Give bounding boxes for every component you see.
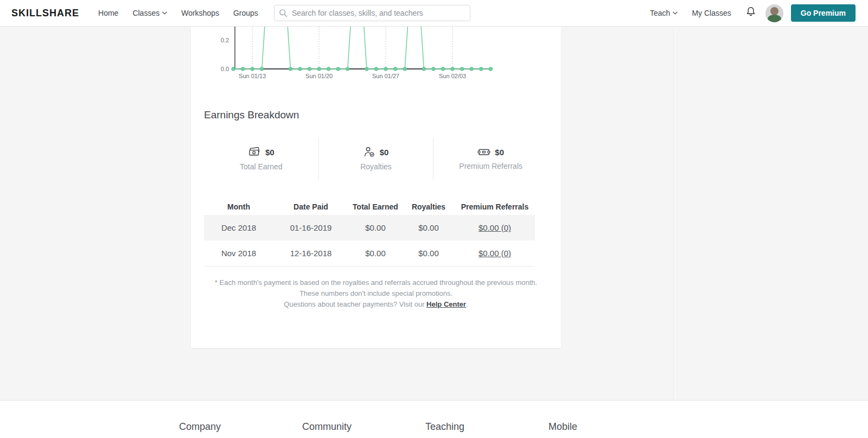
search-input[interactable]: [274, 5, 470, 21]
earnings-stats: $0 Total Earned $0 Royalties: [204, 137, 548, 180]
svg-text:0.0: 0.0: [221, 66, 229, 72]
table-row: Nov 2018 12-16-2018 $0.00 $0.00 $0.00 (0…: [204, 240, 535, 266]
navbar-right: Teach My Classes Go Premium: [643, 4, 856, 22]
footer-heading-teaching: Teaching: [425, 421, 548, 433]
stat-premium-referrals-label: Premium Referrals: [459, 162, 522, 170]
nav-item-my-classes-label: My Classes: [692, 9, 731, 17]
stat-total-earned-value: $0: [265, 148, 275, 157]
col-header-date-paid: Date Paid: [273, 198, 348, 215]
nav-item-home[interactable]: Home: [98, 9, 118, 17]
payments-footnote: * Each month's payment is based on the r…: [204, 277, 548, 310]
help-center-link[interactable]: Help Center: [426, 300, 466, 308]
stat-premium-referrals: $0 Premium Referrals: [433, 137, 548, 180]
footnote-period: .: [466, 300, 468, 308]
cash-icon: [248, 146, 261, 158]
nav-item-workshops-label: Workshops: [181, 9, 219, 17]
chevron-down-icon: [162, 11, 167, 15]
stat-total-earned: $0 Total Earned: [204, 137, 318, 180]
premium-referrals-link[interactable]: $0.00 (0): [478, 223, 511, 232]
avatar-photo-shirt: [768, 15, 781, 22]
skillshare-logo[interactable]: SKILLSHARE: [11, 8, 79, 19]
stat-total-earned-label: Total Earned: [240, 162, 283, 171]
footnote-line-1: * Each month's payment is based on the r…: [204, 277, 548, 288]
navbar: SKILLSHARE Home Classes Workshops Groups…: [0, 0, 868, 27]
svg-text:Sun 01/13: Sun 01/13: [239, 73, 266, 79]
nav-item-my-classes[interactable]: My Classes: [692, 9, 731, 17]
nav-item-classes[interactable]: Classes: [132, 9, 167, 17]
footnote-line-3: Questions about teacher payments? Visit …: [204, 299, 548, 310]
site-footer: Company Community Teaching Mobile: [0, 400, 868, 438]
table-row: Dec 2018 01-16-2019 $0.00 $0.00 $0.00 (0…: [204, 215, 535, 240]
svg-text:0.2: 0.2: [221, 37, 229, 43]
page-background: Sun 01/13Sun 01/20Sun 01/27Sun 02/030.00…: [0, 27, 868, 400]
cell-total-earned: $0.00: [348, 240, 403, 266]
earnings-chart: Sun 01/13Sun 01/20Sun 01/27Sun 02/030.00…: [191, 27, 561, 87]
notifications-bell-icon[interactable]: [745, 6, 757, 20]
cell-total-earned: $0.00: [348, 215, 403, 240]
nav-item-teach[interactable]: Teach: [650, 9, 678, 17]
stat-royalties: $0 Royalties: [318, 137, 434, 180]
svg-text:Sun 01/20: Sun 01/20: [305, 73, 333, 79]
cell-date-paid: 01-16-2019: [273, 215, 348, 240]
cell-date-paid: 12-16-2018: [273, 240, 348, 266]
earnings-breakdown-heading: Earnings Breakdown: [204, 109, 299, 121]
premium-referrals-link[interactable]: $0.00 (0): [478, 249, 511, 258]
footer-heading-community: Community: [302, 421, 425, 433]
stat-premium-referrals-value: $0: [495, 148, 504, 157]
svg-text:Sun 02/03: Sun 02/03: [439, 73, 466, 79]
nav-item-workshops[interactable]: Workshops: [181, 9, 219, 17]
nav-item-groups[interactable]: Groups: [233, 9, 258, 17]
cell-month: Dec 2018: [204, 215, 273, 240]
footnote-line-2: These numbers don't include special prom…: [204, 288, 548, 299]
ticket-icon: [477, 147, 490, 157]
nav-item-groups-label: Groups: [233, 9, 258, 17]
cell-royalties: $0.00: [403, 240, 455, 266]
col-header-total-earned: Total Earned: [348, 198, 403, 215]
right-column-divider: [674, 27, 675, 400]
payments-table: Month Date Paid Total Earned Royalties P…: [204, 198, 535, 266]
stat-royalties-value: $0: [380, 148, 389, 157]
footer-heading-mobile: Mobile: [548, 421, 672, 433]
cell-royalties: $0.00: [403, 215, 455, 240]
avatar-photo: [770, 7, 778, 15]
cell-month: Nov 2018: [204, 240, 273, 266]
nav-item-teach-label: Teach: [650, 9, 670, 17]
search-icon: [279, 9, 288, 17]
footer-heading-company: Company: [179, 421, 302, 433]
go-premium-button[interactable]: Go Premium: [791, 4, 856, 22]
table-header-row: Month Date Paid Total Earned Royalties P…: [204, 198, 535, 215]
svg-text:Sun 01/27: Sun 01/27: [372, 73, 399, 79]
nav-item-classes-label: Classes: [132, 9, 159, 17]
search-bar: [274, 5, 470, 21]
chevron-down-icon: [673, 11, 678, 15]
stat-royalties-label: Royalties: [360, 162, 392, 171]
footnote-line-3-text: Questions about teacher payments? Visit …: [284, 300, 426, 308]
col-header-month: Month: [204, 198, 273, 215]
col-header-premium-referrals: Premium Referrals: [455, 198, 535, 215]
user-avatar[interactable]: [765, 4, 783, 22]
nav-item-home-label: Home: [98, 9, 118, 17]
royalties-person-icon: [363, 146, 375, 158]
col-header-royalties: Royalties: [403, 198, 455, 215]
earnings-card: Sun 01/13Sun 01/20Sun 01/27Sun 02/030.00…: [191, 27, 561, 348]
